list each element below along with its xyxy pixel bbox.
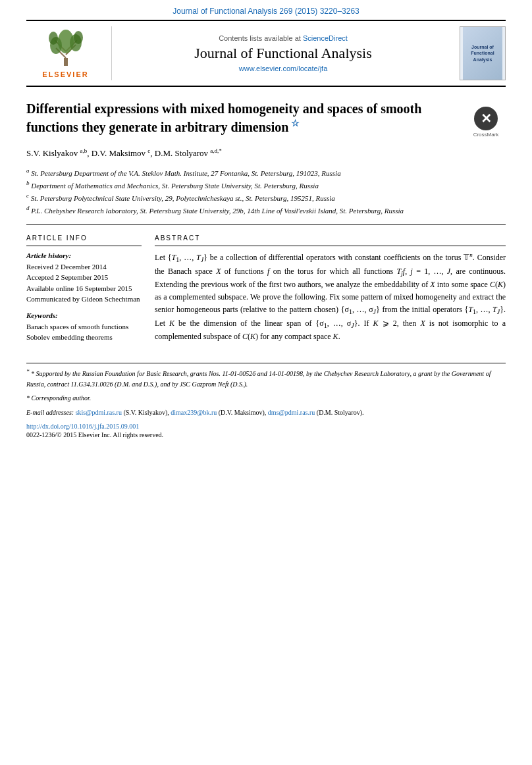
- journal-title-header: Journal of Functional Analysis: [194, 45, 371, 62]
- main-content: Differential expressions with mixed homo…: [26, 87, 506, 343]
- article-info-heading: Article Info: [26, 234, 142, 242]
- article-title: Differential expressions with mixed homo…: [26, 100, 460, 136]
- keyword-2: Sobolev embedding theorems: [26, 332, 142, 343]
- svg-point-9: [74, 31, 83, 44]
- info-divider: [26, 246, 142, 246]
- title-area: Differential expressions with mixed homo…: [26, 100, 460, 136]
- svg-point-8: [49, 32, 58, 45]
- elsevier-tree-icon: [43, 28, 89, 68]
- journal-url[interactable]: www.elsevier.com/locate/jfa: [239, 65, 328, 72]
- footer-area: * * Supported by the Russian Foundation …: [26, 363, 506, 438]
- cover-inner: Journal ofFunctionalAnalysis: [463, 27, 502, 80]
- history-title: Article history:: [26, 251, 142, 259]
- affil-b: b Department of Mathematics and Mechanic…: [26, 180, 506, 192]
- journal-top-bar: Journal of Functional Analysis 269 (2015…: [0, 0, 532, 20]
- crossmark-area[interactable]: ✕ CrossMark: [466, 107, 506, 138]
- accepted-line: Accepted 2 September 2015: [26, 272, 142, 283]
- journal-center: Contents lists available at ScienceDirec…: [112, 26, 454, 80]
- email1-link[interactable]: skis@pdmi.ras.ru: [76, 409, 122, 416]
- abstract-column: Abstract Let {T1, …, TJ} be a collection…: [155, 234, 506, 343]
- abstract-heading: Abstract: [155, 234, 506, 242]
- abstract-divider: [155, 246, 506, 246]
- authors-line: S.V. Kislyakov a,b, D.V. Maksimov c, D.M…: [26, 147, 506, 160]
- email1-author: (S.V. Kislyakov),: [123, 409, 169, 416]
- email3-link[interactable]: dms@pdmi.ras.ru: [268, 409, 315, 416]
- elsevier-header: ELSEVIER Contents lists available at Sci…: [26, 20, 506, 87]
- journal-cover-thumbnail: Journal ofFunctionalAnalysis: [460, 26, 506, 80]
- received-line: Received 2 December 2014: [26, 261, 142, 273]
- keywords-title: Keywords:: [26, 311, 142, 319]
- email2-author: (D.V. Maksimov),: [219, 409, 267, 416]
- sciencedirect-link[interactable]: ScienceDirect: [303, 34, 348, 42]
- article-title-section: Differential expressions with mixed homo…: [26, 100, 506, 138]
- crossmark-label: CrossMark: [473, 132, 499, 138]
- issn-line: 0022-1236/© 2015 Elsevier Inc. All right…: [26, 431, 506, 438]
- page: Journal of Functional Analysis 269 (2015…: [0, 0, 532, 765]
- article-history: Article history: Received 2 December 201…: [26, 251, 142, 305]
- two-col-section: Article Info Article history: Received 2…: [26, 234, 506, 343]
- star-footnote: * * Supported by the Russian Foundation …: [26, 369, 506, 389]
- journal-citation: Journal of Functional Analysis 269 (2015…: [173, 7, 359, 16]
- corresponding-note: * Corresponding author.: [26, 393, 506, 404]
- doi-line[interactable]: http://dx.doi.org/10.1016/j.jfa.2015.09.…: [26, 423, 506, 430]
- email3-author: (D.M. Stolyarov).: [317, 409, 364, 416]
- svg-rect-0: [64, 58, 68, 66]
- article-info-column: Article Info Article history: Received 2…: [26, 234, 142, 343]
- communicated-line: Communicated by Gideon Schechtman: [26, 294, 142, 305]
- divider: [26, 224, 506, 225]
- contents-label: Contents lists available at: [219, 34, 301, 42]
- elsevier-brand-text: ELSEVIER: [42, 70, 88, 78]
- affil-c: c St. Petersburg Polytechnical State Uni…: [26, 193, 506, 204]
- email2-link[interactable]: dimax239@bk.ru: [171, 409, 217, 416]
- doi-link[interactable]: http://dx.doi.org/10.1016/j.jfa.2015.09.…: [26, 423, 139, 430]
- abstract-text: Let {T1, …, TJ} be a collection of diffe…: [155, 251, 506, 343]
- contents-line: Contents lists available at ScienceDirec…: [219, 34, 348, 42]
- keyword-1: Banach spaces of smooth functions: [26, 321, 142, 332]
- affil-d: d P.L. Chebyshev Research laboratory, St…: [26, 205, 506, 217]
- affil-a: a St. Petersburg Department of the V.A. …: [26, 168, 506, 179]
- elsevier-logo-area: ELSEVIER: [26, 26, 112, 80]
- title-star: ☆: [288, 119, 300, 128]
- available-line: Available online 16 September 2015: [26, 283, 142, 294]
- crossmark-icon[interactable]: ✕: [474, 107, 498, 130]
- email-line: E-mail addresses: skis@pdmi.ras.ru (S.V.…: [26, 408, 506, 418]
- affiliations: a St. Petersburg Department of the V.A. …: [26, 168, 506, 217]
